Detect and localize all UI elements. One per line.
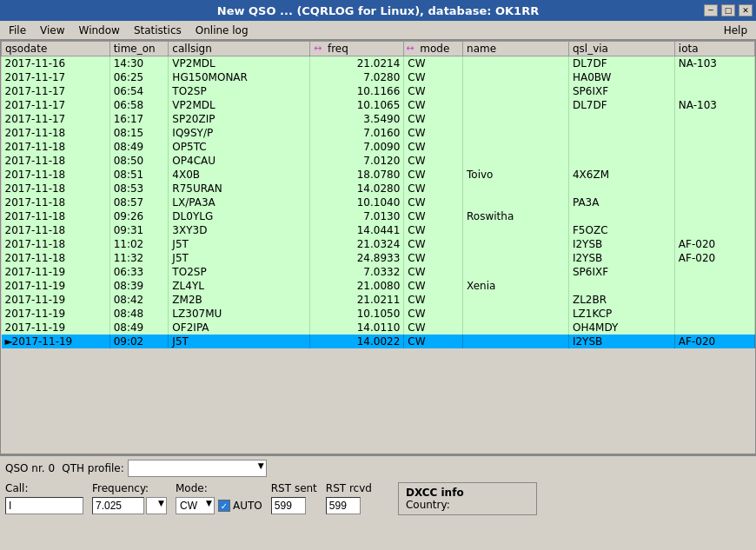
cell-qsodate: 2017-11-17 — [2, 70, 110, 84]
mode-select[interactable]: CW — [176, 497, 215, 514]
menu-online-log[interactable]: Online log — [189, 23, 255, 38]
cell-callsign: DL0YLG — [169, 209, 310, 223]
cell-time_on: 08:42 — [109, 293, 169, 307]
cell-name — [463, 223, 569, 237]
cell-iota — [674, 182, 754, 195]
cell-qsl_via — [568, 182, 674, 195]
col-header-callsign[interactable]: callsign — [169, 42, 310, 56]
table-row[interactable]: 2017-11-1808:50OP4CAU7.0120CW — [2, 154, 755, 168]
qso-nr-area: QSO nr. 0 — [5, 462, 55, 474]
freq-field-group: Frequency: — [92, 482, 167, 514]
table-row[interactable]: 2017-11-1614:30VP2MDL21.0214CWDL7DFNA-10… — [2, 56, 755, 71]
cell-time_on: 08:50 — [109, 154, 169, 168]
table-row[interactable]: 2017-11-1706:58VP2MDL10.1065CWDL7DFNA-10… — [2, 98, 755, 112]
cell-qsodate: 2017-11-18 — [2, 140, 110, 154]
cell-mode: CW — [404, 279, 463, 293]
menu-help[interactable]: Help — [717, 23, 754, 38]
call-field-group: Call: — [5, 482, 83, 514]
dxcc-info-box: DXCC info Country: — [398, 482, 537, 515]
cell-qsodate: 2017-11-17 — [2, 98, 110, 112]
cell-iota — [674, 307, 754, 321]
minimize-button[interactable]: ─ — [704, 4, 718, 17]
mode-select-wrapper[interactable]: CW — [176, 497, 215, 514]
auto-checkbox[interactable] — [218, 500, 230, 512]
auto-checkbox-area[interactable]: AUTO — [218, 500, 262, 512]
cell-mode: CW — [404, 98, 463, 112]
col-header-name[interactable]: name — [463, 42, 569, 56]
close-button[interactable]: ✕ — [739, 4, 753, 17]
qth-profile-select-wrapper[interactable] — [128, 460, 267, 477]
menu-window[interactable]: Window — [72, 23, 127, 38]
qso-nr-label: QSO nr. — [5, 462, 45, 474]
cell-freq: 7.0332 — [309, 265, 403, 279]
cell-callsign: J5T — [169, 251, 310, 265]
rst-rcvd-input[interactable] — [326, 497, 361, 514]
table-row[interactable]: 2017-11-1808:53R75URAN14.0280CW — [2, 182, 755, 195]
table-row[interactable]: 2017-11-1908:49OF2IPA14.0110CWOH4MDY — [2, 321, 755, 335]
cell-freq: 10.1050 — [309, 307, 403, 321]
cell-time_on: 09:31 — [109, 223, 169, 237]
col-header-iota[interactable]: iota — [674, 42, 754, 56]
cell-name — [463, 140, 569, 154]
rst-sent-input[interactable] — [271, 497, 306, 514]
cell-callsign: J5T — [169, 237, 310, 251]
menu-statistics[interactable]: Statistics — [127, 23, 189, 38]
cell-name — [463, 126, 569, 140]
table-row[interactable]: 2017-11-1808:514X0B18.0780CWToivo4X6ZM — [2, 168, 755, 182]
cell-qsl_via — [568, 140, 674, 154]
col-header-mode[interactable]: ↔ mode — [404, 42, 463, 56]
col-header-qsodate[interactable]: qsodate — [2, 42, 110, 56]
window-controls[interactable]: ─ □ ✕ — [704, 4, 756, 17]
table-row[interactable]: 2017-11-1808:57LX/PA3A10.1040CWPA3A — [2, 195, 755, 209]
cell-time_on: 06:58 — [109, 98, 169, 112]
cell-callsign: OF2IPA — [169, 321, 310, 335]
table-row[interactable]: 2017-11-1906:33TO2SP7.0332CWSP6IXF — [2, 265, 755, 279]
table-row[interactable]: ►2017-11-1909:02J5T14.0022CWI2YSBAF-020 — [2, 335, 755, 348]
cell-qsl_via: I2YSB — [568, 335, 674, 348]
cell-freq: 21.0211 — [309, 293, 403, 307]
frequency-input[interactable] — [92, 497, 144, 514]
table-row[interactable]: 2017-11-1908:48LZ307MU10.1050CWLZ1KCP — [2, 307, 755, 321]
country-label: Country: — [406, 499, 529, 511]
table-header-row: qsodate time_on callsign ↔ freq ↔ mode — [2, 42, 755, 56]
qso-table-scroll[interactable]: qsodate time_on callsign ↔ freq ↔ mode — [0, 40, 756, 454]
cell-name: Roswitha — [463, 209, 569, 223]
menu-view[interactable]: View — [33, 23, 71, 38]
cell-mode: CW — [404, 321, 463, 335]
frequency-select[interactable] — [146, 497, 167, 514]
cell-mode: CW — [404, 154, 463, 168]
table-row[interactable]: 2017-11-1808:49OP5TC7.0090CW — [2, 140, 755, 154]
cell-time_on: 08:39 — [109, 279, 169, 293]
cell-time_on: 11:32 — [109, 251, 169, 265]
cell-freq: 14.0280 — [309, 182, 403, 195]
cell-qsl_via: ZL2BR — [568, 293, 674, 307]
cell-iota — [674, 154, 754, 168]
cell-name — [463, 84, 569, 98]
col-header-freq[interactable]: ↔ freq — [309, 42, 403, 56]
cell-qsodate: 2017-11-18 — [2, 168, 110, 182]
cell-qsl_via: I2YSB — [568, 251, 674, 265]
cell-qsodate: 2017-11-17 — [2, 112, 110, 126]
cell-name — [463, 321, 569, 335]
maximize-button[interactable]: □ — [721, 4, 735, 17]
table-row[interactable]: 2017-11-1908:39ZL4YL21.0080CWXenia — [2, 279, 755, 293]
table-row[interactable]: 2017-11-1716:17SP20ZIP3.5490CW — [2, 112, 755, 126]
frequency-select-wrapper[interactable] — [146, 497, 167, 514]
table-row[interactable]: 2017-11-1706:25HG150MONAR7.0280CWHA0BW — [2, 70, 755, 84]
menu-file[interactable]: File — [2, 23, 33, 38]
table-row[interactable]: 2017-11-1908:42ZM2B21.0211CWZL2BR — [2, 293, 755, 307]
table-row[interactable]: 2017-11-1809:26DL0YLG7.0130CWRoswitha — [2, 209, 755, 223]
cell-callsign: OP4CAU — [169, 154, 310, 168]
col-header-qsl-via[interactable]: qsl_via — [568, 42, 674, 56]
table-row[interactable]: 2017-11-1706:54TO2SP10.1166CWSP6IXF — [2, 84, 755, 98]
cell-qsl_via: DL7DF — [568, 98, 674, 112]
table-row[interactable]: 2017-11-1808:15IQ9SY/P7.0160CW — [2, 126, 755, 140]
table-row[interactable]: 2017-11-1809:313XY3D14.0441CWF5OZC — [2, 223, 755, 237]
cell-name — [463, 335, 569, 348]
cell-qsodate: 2017-11-18 — [2, 195, 110, 209]
call-input[interactable] — [5, 497, 83, 514]
qth-profile-select[interactable] — [128, 460, 267, 477]
table-row[interactable]: 2017-11-1811:02J5T21.0324CWI2YSBAF-020 — [2, 237, 755, 251]
col-header-time-on[interactable]: time_on — [109, 42, 169, 56]
table-row[interactable]: 2017-11-1811:32J5T24.8933CWI2YSBAF-020 — [2, 251, 755, 265]
